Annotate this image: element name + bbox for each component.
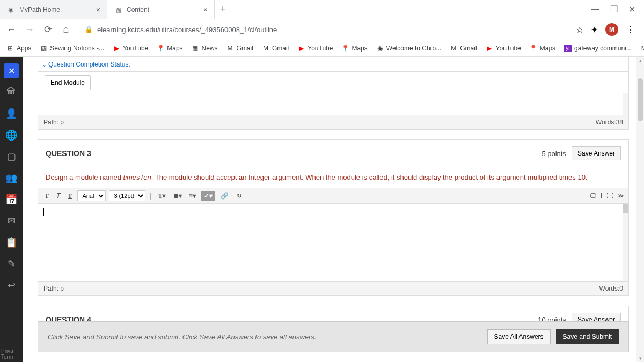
bookmark-item[interactable]: ▦News	[192, 45, 218, 52]
bookmark-item[interactable]: ▶YouTube	[113, 45, 148, 52]
close-window-icon[interactable]: ✕	[628, 4, 635, 14]
courses-icon[interactable]: ▢	[0, 146, 23, 167]
minimize-icon[interactable]: —	[591, 4, 599, 14]
prev-editor-box: End Module Path: pWords:38	[38, 71, 629, 130]
back-icon[interactable]: ←	[5, 24, 17, 35]
tab-mypath[interactable]: ◉ MyPath Home ×	[0, 0, 107, 19]
preview-icon[interactable]: 🖵	[590, 192, 596, 200]
organizations-icon[interactable]: 👥	[0, 167, 23, 189]
activity-icon[interactable]: 🌐	[0, 124, 23, 146]
terms-link[interactable]: Term	[1, 354, 13, 360]
bookmark-item[interactable]: ◉Welcome to Chro...	[376, 45, 441, 52]
apps-icon: ⊞	[6, 45, 14, 52]
save-all-button[interactable]: Save All Answers	[487, 329, 551, 344]
save-submit-button[interactable]: Save and Submit	[556, 329, 619, 344]
attach-button[interactable]: 🔗	[218, 191, 231, 201]
editor-scrollbar[interactable]	[623, 204, 628, 281]
text-color-button[interactable]: T▾	[156, 191, 168, 201]
numbers-button[interactable]: ≡▾	[187, 191, 199, 201]
bookmark-item[interactable]: MGmail	[450, 45, 477, 52]
font-select[interactable]: Arial	[77, 190, 106, 201]
scroll-down-icon[interactable]: ▾	[638, 356, 643, 361]
bookmark-item[interactable]: 📍Maps	[157, 45, 182, 52]
underline-button[interactable]: T	[65, 191, 74, 201]
size-select[interactable]: 3 (12pt)	[109, 190, 145, 201]
profile-icon[interactable]: 👤	[0, 103, 23, 124]
question-prompt: Design a module named timesTen. The modu…	[38, 167, 628, 188]
word-count: Words:0	[599, 285, 623, 292]
editor-path: Path: p	[43, 119, 64, 126]
tools-icon[interactable]: ✎	[0, 253, 23, 275]
forward-icon[interactable]: →	[24, 24, 35, 35]
italic-button[interactable]: T	[54, 191, 62, 201]
maps-icon: 📍	[341, 45, 349, 52]
apps-bookmark[interactable]: ⊞Apps	[6, 45, 31, 52]
reload-icon[interactable]: ⟳	[42, 24, 54, 35]
question-3-block: QUESTION 3 5 points Save Answer Design a…	[38, 139, 629, 296]
question-title: QUESTION 3	[46, 149, 91, 158]
maximize-icon[interactable]: ❐	[610, 4, 618, 14]
news-icon: ▦	[192, 45, 199, 52]
tab-favicon: ▧	[114, 5, 122, 14]
close-panel-button[interactable]: ✕	[4, 63, 19, 78]
scroll-up-icon[interactable]: ▴	[638, 58, 643, 63]
bookmark-item[interactable]: MGmail	[262, 45, 289, 52]
youtube-icon: ▶	[113, 45, 120, 52]
calendar-icon[interactable]: 📅	[0, 189, 23, 210]
grades-icon[interactable]: 📋	[0, 232, 23, 253]
bold-button[interactable]: T	[42, 191, 51, 201]
tab-title: MyPath Home	[19, 6, 60, 13]
answer-editor[interactable]	[38, 204, 628, 281]
bookmark-item[interactable]: 📍Maps	[341, 45, 367, 52]
tab-title: Content	[127, 6, 149, 13]
question-completion-status[interactable]: ⌄Question Completion Status:	[38, 57, 629, 71]
window-controls: — ❐ ✕	[582, 4, 644, 14]
editor-toolbar: T T T Arial 3 (12pt) | T▾ ≣▾ ≡▾ ✓▾ 🔗 ↻ 🖵…	[38, 188, 628, 204]
new-tab-button[interactable]: +	[215, 4, 231, 15]
home-icon[interactable]: ⌂	[60, 24, 72, 35]
mashup-button[interactable]: ↻	[234, 191, 244, 201]
bookmark-item[interactable]: ▶YouTube	[486, 45, 521, 52]
bookmark-item[interactable]: y!gateway communi...	[564, 45, 632, 52]
institution-icon[interactable]: 🏛	[0, 82, 23, 103]
bookmark-item[interactable]: MGmail	[640, 45, 644, 52]
maps-icon: 📍	[157, 45, 164, 52]
browser-titlebar: ◉ MyPath Home × ▧ Content × + — ❐ ✕	[0, 0, 644, 19]
bookmark-item[interactable]: MGmail	[226, 45, 253, 52]
privacy-link[interactable]: Priva	[1, 348, 13, 354]
signout-icon[interactable]: ↩	[0, 275, 23, 296]
course-sidebar: ✕ 🏛 👤 🌐 ▢ 👥 📅 ✉ 📋 ✎ ↩ Priva Term	[0, 57, 23, 362]
end-module-text: End Module	[45, 75, 91, 90]
url-text: elearning.kctcs.edu/ultra/courses/_49356…	[97, 26, 277, 34]
lock-icon: 🔒	[85, 26, 93, 33]
chrome-icon: ◉	[376, 45, 384, 52]
url-field[interactable]: 🔒 elearning.kctcs.edu/ultra/courses/_493…	[78, 26, 569, 34]
site-icon: y!	[564, 45, 572, 52]
star-icon[interactable]: ☆	[576, 25, 583, 35]
help-icon[interactable]: i	[601, 192, 602, 200]
profile-avatar[interactable]: M	[605, 23, 618, 36]
bookmark-item[interactable]: 📍Maps	[530, 45, 555, 52]
expand-icon[interactable]: ≫	[617, 192, 624, 200]
spellcheck-button[interactable]: ✓▾	[201, 191, 215, 201]
close-icon[interactable]: ×	[96, 5, 100, 14]
menu-icon[interactable]: ⋮	[626, 25, 634, 35]
fullscreen-icon[interactable]: ⛶	[606, 192, 613, 200]
gmail-icon: M	[262, 45, 269, 52]
close-icon[interactable]: ×	[203, 5, 208, 14]
site-icon: ▧	[40, 45, 47, 52]
messages-icon[interactable]: ✉	[0, 210, 23, 232]
page-scrollbar[interactable]: ▴ ▾	[636, 57, 644, 362]
chevron-down-icon: ⌄	[42, 62, 47, 68]
bookmark-item[interactable]: ▧Sewing Notions -...	[40, 45, 104, 52]
question-points: 5 points	[541, 150, 566, 158]
bullets-button[interactable]: ≣▾	[171, 191, 184, 201]
tab-content[interactable]: ▧ Content ×	[107, 0, 215, 19]
save-answer-button[interactable]: Save Answer	[572, 146, 621, 160]
bookmark-item[interactable]: ▶YouTube	[297, 45, 333, 52]
assessment-content: ⌄Question Completion Status: End Module …	[23, 57, 644, 362]
extensions-icon[interactable]: ✦	[591, 25, 598, 35]
bookmarks-bar: ⊞Apps ▧Sewing Notions -... ▶YouTube 📍Map…	[0, 40, 644, 57]
tab-favicon: ◉	[6, 5, 15, 14]
address-bar: ← → ⟳ ⌂ 🔒 elearning.kctcs.edu/ultra/cour…	[0, 19, 644, 40]
